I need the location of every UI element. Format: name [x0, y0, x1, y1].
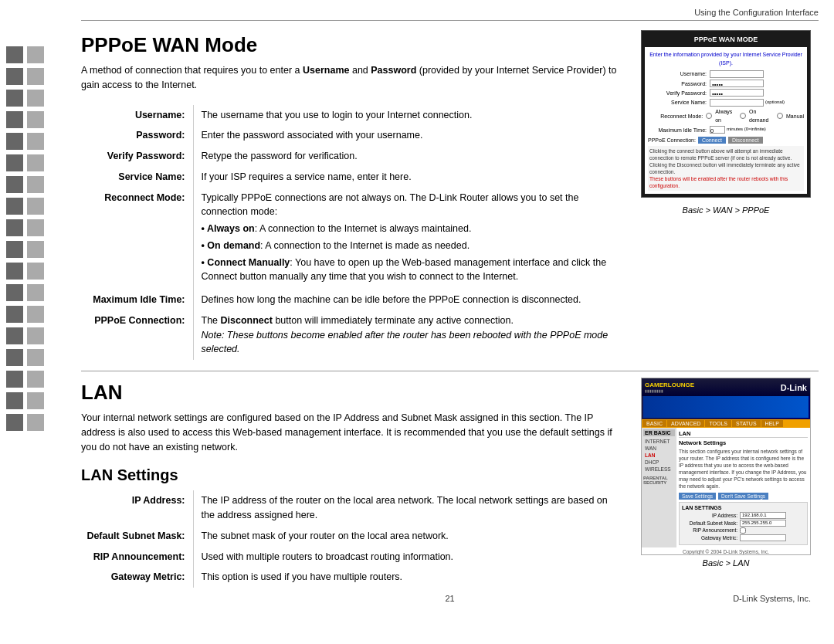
pppoe-fields-table: Username: The username that you use to l… — [81, 105, 621, 361]
sidebar-square — [6, 263, 23, 280]
lan-screenshot: GAMERLOUNGE ▮▮▮▮▮▮▮▮ D-Link BASIC ADVANC… — [641, 378, 811, 555]
sidebar-square — [27, 176, 44, 193]
lan-save-button[interactable]: Save Settings — [679, 493, 716, 500]
lan-hero-inner — [643, 396, 809, 418]
table-row: Default Subnet Mask: The subnet mask of … — [81, 526, 621, 547]
ss-idle-label: Maximum Idle Time: — [648, 126, 710, 134]
ss-radio-alwayson[interactable] — [706, 113, 712, 119]
lan-gateway-row: Gateway Metric: — [682, 534, 805, 541]
ss-idle-suffix: minutes (0=infinite) — [727, 126, 766, 134]
nav-item-tools[interactable]: TOOLS — [705, 420, 731, 427]
sidebar-square — [27, 306, 44, 323]
sidebar-square — [27, 371, 44, 388]
sidebar-square — [27, 68, 44, 85]
field-value: Defines how long the machine can be idle… — [193, 290, 621, 310]
nav-item-status[interactable]: STATUS — [732, 420, 761, 427]
lan-rip-checkbox[interactable] — [740, 527, 746, 534]
field-value: The subnet mask of your router on the lo… — [193, 526, 621, 547]
sidebar-square — [27, 241, 44, 258]
lan-settings-title: LAN Settings — [81, 466, 621, 484]
lan-network-settings: Network Settings — [679, 439, 808, 446]
sidenav-wireless[interactable]: WIRELESS — [643, 466, 675, 473]
sidebar-square — [6, 68, 23, 85]
sidebar-square — [6, 284, 23, 301]
bullet-always-on: • Always on: A connection to the Interne… — [202, 222, 617, 236]
ss-radio-ondemand[interactable] — [740, 113, 746, 119]
ss-username-row: Username: — [648, 69, 804, 78]
ss-disconnect-button[interactable]: Disconnect — [728, 137, 763, 144]
ss-radio-manual[interactable] — [777, 113, 783, 119]
lan-right: GAMERLOUNGE ▮▮▮▮▮▮▮▮ D-Link BASIC ADVANC… — [633, 378, 819, 588]
field-value: This option is used if you have multiple… — [193, 567, 621, 588]
lan-settings-box-title: LAN SETTINGS — [682, 505, 805, 510]
sidebar-square — [6, 392, 23, 409]
lan-nav: BASIC ADVANCED TOOLS STATUS HELP — [642, 419, 810, 428]
field-label: Default Subnet Mask: — [81, 526, 193, 547]
lan-ip-row: IP Address: 192.168.0.1 — [682, 512, 805, 519]
sidebar-square — [27, 154, 44, 171]
table-row: IP Address: The IP address of the router… — [81, 490, 621, 526]
sidebar-square — [27, 46, 44, 63]
lan-gateway-label: Gateway Metric: — [682, 535, 740, 541]
sidebar-square — [6, 241, 23, 258]
ss-service-input[interactable] — [710, 99, 764, 107]
field-value: The username that you use to login to yo… — [193, 105, 621, 126]
nav-item-help[interactable]: HELP — [761, 420, 783, 427]
sidebar-square — [27, 133, 44, 150]
lan-header-bar: GAMERLOUNGE ▮▮▮▮▮▮▮▮ D-Link — [642, 378, 810, 396]
ss-username-input[interactable] — [710, 70, 764, 78]
field-label: Reconnect Mode: — [81, 188, 193, 290]
bullet-on-demand: • On demand: A connection to the Interne… — [202, 239, 617, 253]
ss-reconnect-row: Reconnect Mode: Always on On demand Manu… — [648, 107, 804, 124]
lan-subnet-input[interactable]: 255.255.255.0 — [740, 520, 786, 527]
lan-gateway-input[interactable] — [740, 534, 786, 541]
screenshot-inner: Enter the information provided by your I… — [645, 47, 807, 194]
sidenav-wan[interactable]: WAN — [643, 445, 675, 452]
sidebar-square — [27, 414, 44, 431]
sidebar-square — [6, 306, 23, 323]
field-value: Used with multiple routers to broadcast … — [193, 547, 621, 568]
lan-ip-input[interactable]: 192.168.0.1 — [740, 512, 786, 519]
ss-idle-input[interactable]: 0 — [710, 126, 725, 134]
lan-left: LAN Your internal network settings are c… — [81, 378, 621, 588]
lan-caption: Basic > LAN — [703, 558, 750, 568]
dlink-logo: D-Link — [781, 383, 807, 392]
sidebar-square — [6, 90, 23, 107]
sidebar-square — [6, 198, 23, 215]
ss-verify-row: Verify Password: ••••• — [648, 89, 804, 97]
ss-service-suffix: (optional) — [765, 99, 785, 107]
nav-item-advanced[interactable]: ADVANCED — [667, 420, 704, 427]
lan-fields-table: IP Address: The IP address of the router… — [81, 490, 621, 588]
ss-notice-red: These buttons will be enabled after the … — [649, 175, 802, 189]
sidebar-square — [6, 219, 23, 236]
sidenav-internet[interactable]: INTERNET — [643, 438, 675, 445]
field-value: The Disconnect button will immediately t… — [193, 310, 621, 360]
nav-item-basic[interactable]: BASIC — [642, 420, 666, 427]
sidebar-square — [27, 198, 44, 215]
footer-company: D-Link Systems, Inc. — [733, 594, 811, 603]
lan-btn-row: Save Settings Don't Save Settings — [679, 493, 808, 500]
sidebar-square — [6, 46, 23, 63]
bullet-connect-manually: • Connect Manually: You have to open up … — [202, 256, 617, 285]
sidenav-dhcp[interactable]: DHCP — [643, 459, 675, 466]
table-row: RIP Announcement: Used with multiple rou… — [81, 547, 621, 568]
ss-password-row: Password: ••••• — [648, 80, 804, 88]
pppoe-left: PPPoE WAN Mode A method of connection th… — [81, 30, 621, 360]
ss-password-input[interactable]: ••••• — [710, 80, 764, 87]
lan-section: LAN Your internal network settings are c… — [81, 378, 819, 588]
field-label: Maximum Idle Time: — [81, 290, 193, 310]
lan-sidenav: ER BASIC INTERNET WAN LAN DHCP WIRELESS … — [642, 428, 676, 547]
lan-dontsave-button[interactable]: Don't Save Settings — [718, 493, 768, 500]
pppoe-right: PPPoE WAN MODE Enter the information pro… — [633, 30, 819, 360]
sidebar-square — [6, 154, 23, 171]
sidenav-lan[interactable]: LAN — [643, 452, 675, 459]
sidebar-square — [6, 349, 23, 366]
main-content: Using the Configuration Interface PPPoE … — [73, 0, 826, 614]
ss-notice: Clicking the connect button above will a… — [648, 146, 804, 192]
ss-verify-input[interactable]: ••••• — [710, 89, 764, 97]
ss-verify-label: Verify Password: — [648, 89, 710, 97]
sidebar-square — [6, 111, 23, 128]
ss-connect-button[interactable]: Connect — [698, 137, 726, 144]
lan-settings-box: LAN SETTINGS IP Address: 192.168.0.1 Def… — [679, 502, 808, 545]
sidenav-security: PARENTAL SECURITY — [643, 476, 675, 485]
